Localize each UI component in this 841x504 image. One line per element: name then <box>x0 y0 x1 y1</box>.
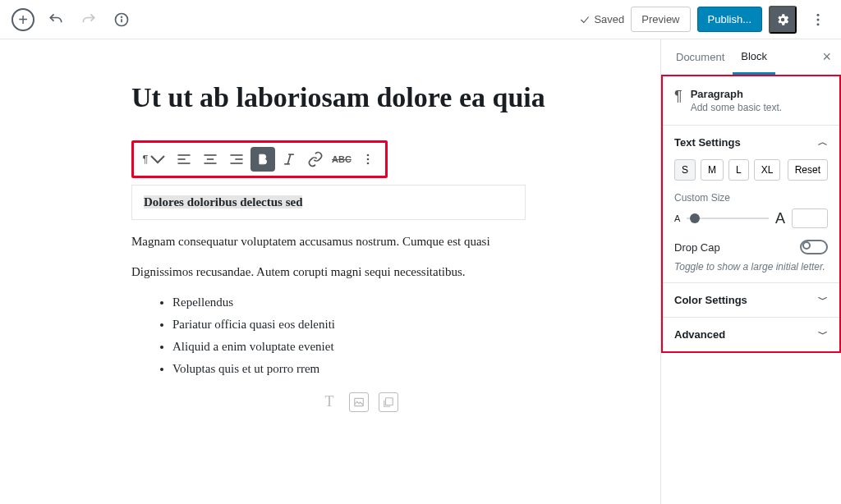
font-size-slider[interactable] <box>687 218 769 219</box>
section-label: Color Settings <box>674 294 747 306</box>
advanced-header[interactable]: Advanced ﹀ <box>674 328 828 341</box>
custom-size-label: Custom Size <box>674 192 828 204</box>
saved-label: Saved <box>594 13 624 25</box>
section-label: Text Settings <box>674 136 741 149</box>
size-m-button[interactable]: M <box>701 159 724 181</box>
align-right-button[interactable] <box>224 147 249 172</box>
block-more-button[interactable] <box>356 147 380 172</box>
text-settings-section: Text Settings ︿ S M L XL Reset Custom Si… <box>663 126 839 283</box>
paragraph-block[interactable]: Magnam consequatur voluptatem accusamus … <box>131 235 586 249</box>
selected-text: Dolores doloribus delectus sed <box>144 195 302 208</box>
custom-size-row: A A <box>674 208 828 228</box>
block-type-name: Paragraph <box>691 88 782 100</box>
block-type-switcher[interactable]: ¶ <box>139 147 170 172</box>
block-type-desc: Add some basic text. <box>691 102 782 113</box>
topbar-left: + <box>8 5 136 34</box>
sidebar-close-button[interactable]: × <box>819 48 834 66</box>
size-l-button[interactable]: L <box>728 159 749 181</box>
topbar-right: Saved Preview Publish... <box>579 5 833 34</box>
tab-block[interactable]: Block <box>733 40 775 75</box>
drop-cap-label: Drop Cap <box>674 241 720 254</box>
list-block[interactable]: Repellendus Pariatur officia quasi eos d… <box>131 296 586 376</box>
sidebar-tabs: Document Block × <box>661 39 841 76</box>
section-label: Advanced <box>674 328 725 341</box>
svg-point-19 <box>367 158 370 160</box>
drop-cap-helper: Toggle to show a large initial letter. <box>674 261 828 273</box>
post-title[interactable]: Ut ut ab laboriosam dolore ea quia <box>131 80 586 116</box>
size-s-button[interactable]: S <box>674 159 696 181</box>
inline-inserter: T <box>131 392 586 412</box>
more-menu-button[interactable] <box>803 5 833 34</box>
undo-button[interactable] <box>41 5 71 34</box>
block-toolbar: ¶ ABC <box>131 140 388 178</box>
svg-point-4 <box>817 18 820 21</box>
tab-document[interactable]: Document <box>668 41 733 73</box>
align-center-button[interactable] <box>198 147 223 172</box>
drop-cap-toggle[interactable] <box>800 240 828 254</box>
link-button[interactable] <box>303 147 328 172</box>
font-size-row: S M L XL Reset <box>674 159 828 181</box>
small-a-icon: A <box>674 213 680 223</box>
large-a-icon: A <box>775 210 785 227</box>
publish-button[interactable]: Publish... <box>697 7 762 32</box>
saved-status: Saved <box>579 13 624 25</box>
settings-button[interactable] <box>769 6 797 34</box>
text-icon[interactable]: T <box>319 392 339 412</box>
block-settings-panel: ¶ Paragraph Add some basic text. Text Se… <box>661 75 841 353</box>
info-button[interactable] <box>107 5 136 34</box>
paragraph-block-selected[interactable]: Dolores doloribus delectus sed <box>131 185 526 220</box>
size-reset-button[interactable]: Reset <box>788 159 828 181</box>
list-item[interactable]: Aliquid a enim voluptate eveniet <box>172 340 586 354</box>
svg-point-2 <box>122 16 122 17</box>
preview-button[interactable]: Preview <box>631 7 690 32</box>
block-type-header: ¶ Paragraph Add some basic text. <box>663 76 839 126</box>
chevron-down-icon: ﹀ <box>818 293 828 307</box>
advanced-section: Advanced ﹀ <box>663 318 839 351</box>
redo-button[interactable] <box>74 5 103 34</box>
editor-canvas: Ut ut ab laboriosam dolore ea quia ¶ ABC… <box>0 39 660 504</box>
bold-button[interactable] <box>250 147 275 172</box>
svg-rect-22 <box>386 397 393 405</box>
list-item[interactable]: Pariatur officia quasi eos deleniti <box>172 318 586 332</box>
chevron-down-icon: ﹀ <box>818 328 828 341</box>
font-size-input[interactable] <box>792 208 828 228</box>
align-left-button[interactable] <box>172 147 196 172</box>
image-icon[interactable] <box>349 392 369 412</box>
color-settings-header[interactable]: Color Settings ﹀ <box>674 293 828 307</box>
strikethrough-button[interactable]: ABC <box>329 147 354 172</box>
gallery-icon[interactable] <box>379 392 398 412</box>
list-item[interactable]: Repellendus <box>172 296 586 309</box>
svg-point-20 <box>367 162 370 164</box>
color-settings-section: Color Settings ﹀ <box>663 283 839 318</box>
svg-line-16 <box>287 154 290 164</box>
settings-sidebar: Document Block × ¶ Paragraph Add some ba… <box>660 39 841 504</box>
chevron-up-icon: ︿ <box>818 135 828 149</box>
list-item[interactable]: Voluptas quis et ut porro rrem <box>172 362 586 376</box>
paragraph-block[interactable]: Dignissimos recusandae. Autem corupti ma… <box>131 265 586 279</box>
svg-point-3 <box>817 13 820 16</box>
text-settings-header[interactable]: Text Settings ︿ <box>674 135 828 149</box>
svg-point-18 <box>367 153 370 156</box>
top-bar: + Saved Preview Publish... <box>0 0 841 39</box>
size-xl-button[interactable]: XL <box>754 159 781 181</box>
add-block-button[interactable]: + <box>8 5 38 34</box>
svg-point-5 <box>817 23 820 25</box>
plus-icon: + <box>11 8 34 31</box>
italic-button[interactable] <box>277 147 301 172</box>
paragraph-icon: ¶ <box>674 88 682 113</box>
